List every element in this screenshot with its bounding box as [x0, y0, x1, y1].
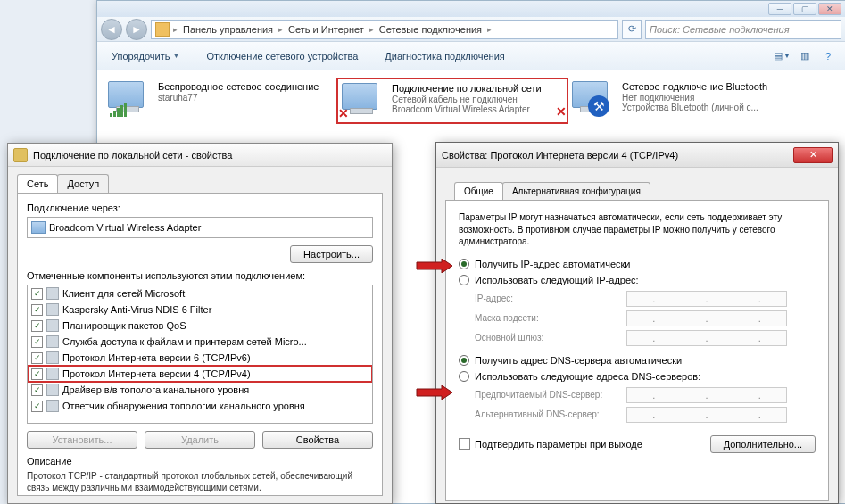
folder-icon [155, 22, 170, 37]
close-button[interactable]: ✕ [818, 3, 841, 15]
dns2-label: Альтернативный DNS-сервер: [475, 409, 626, 419]
arrow-icon [416, 259, 453, 273]
ipv4-dialog: Свойства: Протокол Интернета версии 4 (T… [435, 142, 839, 504]
gateway-label: Основной шлюз: [475, 333, 626, 343]
checkbox[interactable]: ✓ [31, 320, 43, 332]
preview-pane-button[interactable]: ▥ [795, 47, 815, 65]
connection-title: Беспроводное сетевое соединение [158, 81, 333, 92]
network-icon [13, 148, 28, 162]
tab-network[interactable]: Сеть [17, 174, 58, 193]
adapter-name: Broadcom Virtual Wireless Adapter [49, 222, 201, 233]
radio-dns-manual[interactable]: Использовать следующие адреса DNS-сервер… [459, 371, 816, 382]
minimize-button[interactable]: ─ [768, 3, 791, 15]
tab-bar: Общие Альтернативная конфигурация [445, 175, 829, 200]
component-icon [46, 287, 59, 300]
breadcrumb[interactable]: Сеть и Интернет [286, 24, 366, 35]
connection-item-wifi[interactable]: Беспроводное сетевое соединение staruha7… [104, 78, 336, 124]
disconnected-icon: ✕ [556, 104, 567, 119]
radio-button[interactable] [459, 259, 469, 269]
dialog-title: Свойства: Протокол Интернета версии 4 (T… [442, 150, 678, 161]
tab-bar: Сеть Доступ [8, 167, 392, 193]
component-icon [46, 384, 59, 396]
component-icon [46, 303, 59, 316]
checkbox[interactable]: ✓ [31, 384, 43, 396]
component-item[interactable]: ✓Протокол Интернета версии 6 (TCP/IPv6) [28, 350, 372, 366]
description-text: Протокол TCP/IP - стандартный протокол г… [27, 470, 373, 493]
diagnose-button[interactable]: Диагностика подключения [377, 47, 511, 65]
connections-area: Беспроводное сетевое соединение staruha7… [97, 70, 845, 131]
dns1-label: Предпочитаемый DNS-сервер: [475, 390, 626, 400]
titlebar: ─ ▢ ✕ [97, 1, 845, 17]
component-icon [46, 400, 59, 412]
properties-button[interactable]: Свойства [262, 431, 373, 449]
gateway-input: ... [626, 330, 787, 346]
search-input[interactable]: Поиск: Сетевые подключения [645, 20, 841, 39]
organize-button[interactable]: Упорядочить▼ [104, 47, 186, 65]
chevron-right-icon: ▸ [278, 25, 283, 34]
connection-item-bluetooth[interactable]: ⚒ ✕ Сетевое подключение Bluetooth Нет по… [568, 78, 800, 124]
forward-button[interactable]: ► [126, 19, 147, 40]
bluetooth-icon: ⚒ [588, 95, 609, 117]
properties-dialog: Подключение по локальной сети - свойства… [7, 143, 393, 504]
connection-item-lan[interactable]: ✕ Подключение по локальной сети Сетевой … [336, 78, 568, 124]
configure-button[interactable]: Настроить... [290, 245, 373, 263]
adapter-icon [31, 221, 46, 234]
view-button[interactable]: ▤▼ [772, 47, 791, 65]
radio-button[interactable] [459, 355, 469, 366]
radio-ip-manual[interactable]: Использовать следующий IP-адрес: [459, 275, 816, 285]
radio-button[interactable] [459, 371, 469, 382]
component-item[interactable]: ✓Ответчик обнаружения топологии канально… [28, 398, 372, 414]
signal-icon [110, 103, 127, 117]
components-label: Отмеченные компоненты используются этим … [27, 270, 373, 281]
component-item[interactable]: ✓Служба доступа к файлам и принтерам сет… [28, 334, 372, 350]
maximize-button[interactable]: ▢ [793, 3, 816, 15]
checkbox[interactable]: ✓ [31, 401, 43, 412]
tab-sharing[interactable]: Доступ [57, 174, 109, 193]
uninstall-button[interactable]: Удалить [145, 431, 255, 449]
help-button[interactable]: ? [818, 47, 838, 65]
radio-button[interactable] [459, 275, 469, 285]
connection-adapter: Устройства Bluetooth (личной с... [622, 103, 797, 112]
breadcrumb-box[interactable]: ▸ Панель управления ▸ Сеть и Интернет ▸ … [151, 20, 618, 39]
validate-checkbox[interactable] [459, 438, 470, 450]
connect-via-label: Подключение через: [27, 202, 373, 213]
ip-label: IP-адрес: [475, 293, 626, 303]
refresh-button[interactable]: ⟳ [622, 20, 642, 39]
tab-pane: Подключение через: Broadcom Virtual Wire… [17, 193, 383, 496]
checkbox[interactable]: ✓ [31, 288, 43, 300]
component-item[interactable]: ✓Kaspersky Anti-Virus NDIS 6 Filter [28, 302, 372, 318]
connection-title: Сетевое подключение Bluetooth [622, 81, 797, 92]
ip-input: ... [626, 291, 787, 307]
component-item[interactable]: ✓Клиент для сетей Microsoft [28, 285, 372, 302]
back-button[interactable]: ◄ [101, 19, 122, 40]
advanced-button[interactable]: Дополнительно... [710, 435, 816, 453]
components-list[interactable]: ✓Клиент для сетей Microsoft ✓Kaspersky A… [27, 285, 373, 424]
connection-sub: staruha77 [158, 93, 333, 103]
toolbar: Упорядочить▼ Отключение сетевого устройс… [97, 42, 845, 70]
tab-pane: Параметры IP могут назначаться автоматич… [445, 200, 829, 501]
component-item-ipv4[interactable]: ✓Протокол Интернета версии 4 (TCP/IPv4) [28, 366, 372, 382]
checkbox[interactable]: ✓ [31, 304, 43, 316]
validate-label: Подтвердить параметры при выходе [475, 439, 642, 450]
breadcrumb[interactable]: Сетевые подключения [377, 24, 484, 35]
chevron-right-icon: ▸ [173, 25, 178, 34]
radio-dns-auto[interactable]: Получить адрес DNS-сервера автоматически [459, 355, 816, 366]
adapter-field: Broadcom Virtual Wireless Adapter [27, 217, 373, 238]
checkbox[interactable]: ✓ [31, 368, 43, 380]
breadcrumb[interactable]: Панель управления [181, 24, 275, 35]
close-button[interactable]: ✕ [793, 147, 833, 163]
component-item[interactable]: ✓Планировщик пакетов QoS [28, 318, 372, 334]
disconnected-icon: ✕ [338, 106, 349, 120]
disable-device-button[interactable]: Отключение сетевого устройства [199, 47, 365, 65]
description-text: Параметры IP могут назначаться автоматич… [459, 211, 816, 248]
radio-ip-auto[interactable]: Получить IP-адрес автоматически [459, 259, 816, 269]
tab-alternative[interactable]: Альтернативная конфигурация [502, 182, 650, 200]
arrow-icon [416, 385, 453, 400]
install-button[interactable]: Установить... [27, 431, 137, 449]
component-item[interactable]: ✓Драйвер в/в тополога канального уровня [28, 382, 372, 398]
checkbox[interactable]: ✓ [31, 352, 43, 364]
checkbox[interactable]: ✓ [31, 336, 43, 348]
connection-sub: Сетевой кабель не подключен [392, 95, 563, 104]
tab-general[interactable]: Общие [454, 182, 503, 200]
dns1-input: ... [626, 387, 787, 403]
